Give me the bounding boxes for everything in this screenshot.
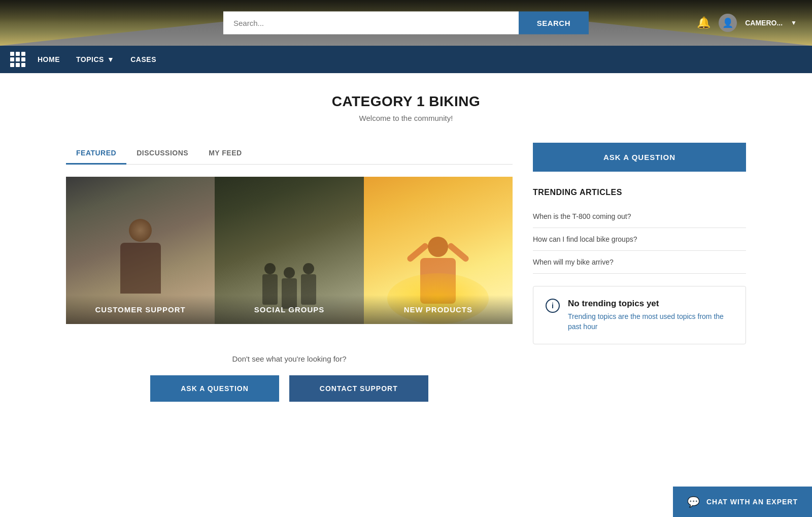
bottom-cta: Don't see what you're looking for? ASK A…: [66, 354, 513, 402]
grid-dot: [10, 63, 14, 67]
no-trending-content: No trending topics yet Trending topics a…: [568, 299, 733, 332]
card-overlay: CUSTOMER SUPPORT: [66, 295, 215, 324]
tab-featured[interactable]: FEATURED: [66, 143, 126, 165]
card-overlay: SOCIAL GROUPS: [215, 295, 363, 324]
avatar: 👤: [719, 14, 737, 32]
cta-text: Don't see what you're looking for?: [66, 354, 513, 363]
user-icon: 👤: [722, 17, 733, 28]
ask-question-bottom-button[interactable]: ASK A QUESTION: [150, 375, 279, 402]
grid-icon[interactable]: [10, 52, 25, 67]
nav-topics-label: TOPICS: [76, 55, 104, 63]
search-input[interactable]: [223, 12, 519, 35]
hero-header: SEARCH 🔔 👤 CAMERO... ▼: [0, 0, 812, 46]
main-panel: FEATURED DISCUSSIONS MY FEED C: [66, 143, 513, 402]
no-trending-description: Trending topics are the most used topics…: [568, 312, 733, 332]
card-new-products[interactable]: NEW PRODUCTS: [364, 177, 513, 324]
ask-question-sidebar-button[interactable]: ASK A QUESTION: [533, 143, 746, 172]
trending-article-3[interactable]: When will my bike arrive?: [533, 251, 746, 274]
grid-dot: [21, 57, 25, 61]
page-subtitle: Welcome to the community!: [66, 114, 746, 122]
chevron-down-icon: ▼: [107, 55, 114, 63]
grid-dot: [16, 57, 20, 61]
trending-article-2[interactable]: How can I find local bike groups?: [533, 228, 746, 251]
no-trending-box: i No trending topics yet Trending topics…: [533, 286, 746, 344]
grid-dot: [10, 57, 14, 61]
tab-discussions[interactable]: DISCUSSIONS: [126, 143, 198, 165]
grid-dot: [21, 63, 25, 67]
feature-cards: CUSTOMER SUPPORT: [66, 177, 513, 324]
trending-section: TRENDING ARTICLES When is the T-800 comi…: [533, 188, 746, 274]
content-layout: FEATURED DISCUSSIONS MY FEED C: [66, 143, 746, 402]
search-container: SEARCH: [223, 12, 589, 35]
no-trending-title: No trending topics yet: [568, 299, 733, 309]
nav-item-cases[interactable]: CASES: [130, 55, 156, 63]
bell-icon[interactable]: 🔔: [697, 16, 710, 29]
trending-article-1[interactable]: When is the T-800 coming out?: [533, 205, 746, 228]
trending-articles-title: TRENDING ARTICLES: [533, 188, 746, 197]
cta-buttons: ASK A QUESTION CONTACT SUPPORT: [66, 375, 513, 402]
header-right: 🔔 👤 CAMERO... ▼: [697, 14, 797, 32]
grid-dot: [16, 52, 20, 56]
card-social-groups[interactable]: SOCIAL GROUPS: [215, 177, 363, 324]
tabs: FEATURED DISCUSSIONS MY FEED: [66, 143, 513, 165]
page-title-section: CATEGORY 1 BIKING Welcome to the communi…: [66, 93, 746, 122]
contact-support-button[interactable]: CONTACT SUPPORT: [289, 375, 428, 402]
tab-my-feed[interactable]: MY FEED: [198, 143, 252, 165]
info-icon: i: [546, 299, 560, 313]
user-name[interactable]: CAMERO...: [745, 19, 783, 27]
search-button[interactable]: SEARCH: [519, 12, 589, 35]
chevron-down-icon[interactable]: ▼: [791, 19, 797, 26]
card-label-social: SOCIAL GROUPS: [225, 305, 353, 314]
nav-item-home[interactable]: HOME: [38, 55, 60, 63]
main-content: CATEGORY 1 BIKING Welcome to the communi…: [51, 73, 761, 432]
page-title: CATEGORY 1 BIKING: [66, 93, 746, 110]
card-label-customer: CUSTOMER SUPPORT: [76, 305, 205, 314]
grid-dot: [21, 52, 25, 56]
grid-dot: [10, 52, 14, 56]
nav-item-topics[interactable]: TOPICS ▼: [76, 55, 114, 63]
grid-dot: [16, 63, 20, 67]
card-label-new: NEW PRODUCTS: [374, 305, 502, 314]
nav-bar: HOME TOPICS ▼ CASES: [0, 46, 812, 73]
sidebar: ASK A QUESTION TRENDING ARTICLES When is…: [533, 143, 746, 344]
card-overlay: NEW PRODUCTS: [364, 295, 513, 324]
card-customer-support[interactable]: CUSTOMER SUPPORT: [66, 177, 215, 324]
